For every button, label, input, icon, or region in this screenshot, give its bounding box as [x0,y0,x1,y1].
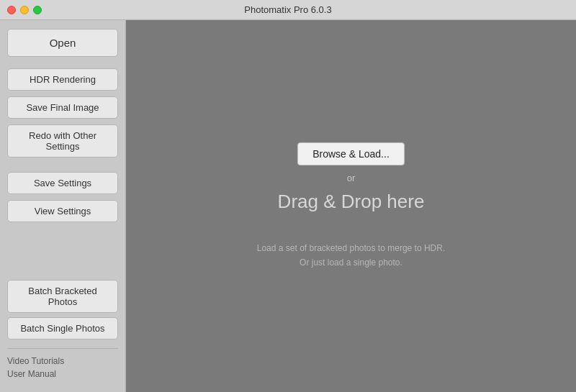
hint-text: Load a set of bracketed photos to merge … [257,242,445,269]
maximize-button[interactable] [33,6,42,14]
browse-load-button[interactable]: Browse & Load... [297,142,405,165]
redo-settings-button[interactable]: Redo with Other Settings [7,124,118,158]
open-button[interactable]: Open [7,29,118,57]
close-button[interactable] [7,6,16,14]
or-text: or [347,173,356,183]
work-area[interactable]: Browse & Load... or Drag & Drop here Loa… [126,20,576,392]
title-bar: Photomatix Pro 6.0.3 [0,0,576,20]
sidebar: Open HDR Rendering Save Final Image Redo… [0,20,126,392]
sidebar-footer: Video Tutorials User Manual [7,348,118,383]
drop-zone[interactable]: Browse & Load... or Drag & Drop here Loa… [257,142,445,269]
batch-group: Batch Bracketed Photos Batch Single Phot… [7,280,118,339]
user-manual-link[interactable]: User Manual [7,368,118,380]
hdr-rendering-button[interactable]: HDR Rendering [7,68,118,91]
save-settings-button[interactable]: Save Settings [7,172,118,194]
hint-line1: Load a set of bracketed photos to merge … [257,243,445,253]
batch-single-button[interactable]: Batch Single Photos [7,317,118,339]
batch-bracketed-button[interactable]: Batch Bracketed Photos [7,280,118,313]
view-settings-button[interactable]: View Settings [7,200,118,222]
window-title: Photomatix Pro 6.0.3 [244,4,331,15]
video-tutorials-link[interactable]: Video Tutorials [7,355,118,368]
traffic-lights [7,6,42,14]
main-content: Open HDR Rendering Save Final Image Redo… [0,20,576,392]
hint-line2: Or just load a single photo. [300,257,402,268]
minimize-button[interactable] [20,6,29,14]
drag-drop-text: Drag & Drop here [278,191,425,213]
save-final-image-button[interactable]: Save Final Image [7,96,118,119]
